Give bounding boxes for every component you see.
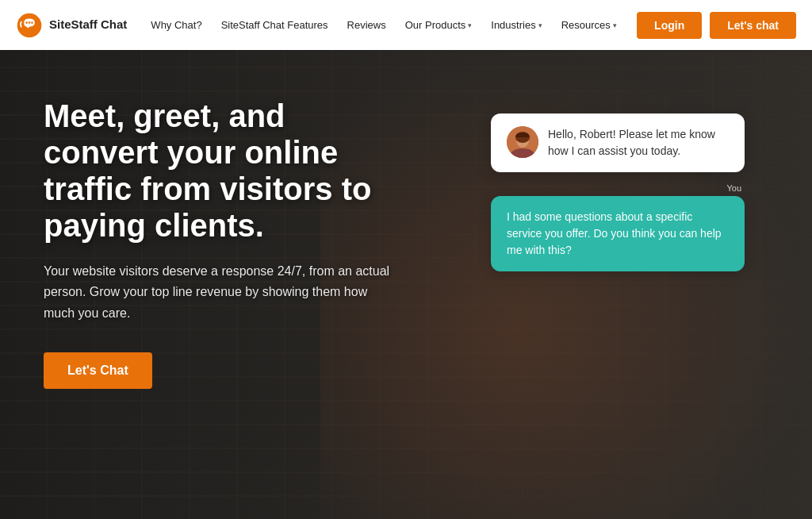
svg-point-2: [29, 21, 31, 24]
chevron-down-icon: ▾: [538, 21, 542, 29]
lets-chat-nav-button[interactable]: Let's chat: [710, 12, 796, 39]
user-message-text: I had some questions about a specific se…: [507, 210, 722, 256]
hero-headline: Meet, greet, and convert your online tra…: [44, 98, 393, 244]
agent-message-text: Hello, Robert! Please let me know how I …: [548, 126, 729, 160]
nav-our-products[interactable]: Our Products ▾: [397, 14, 481, 36]
svg-point-3: [31, 21, 33, 24]
nav-features[interactable]: SiteStaff Chat Features: [213, 14, 336, 36]
hero-right-panel: Hello, Robert! Please let me know how I …: [393, 98, 768, 271]
hero-content: Meet, greet, and convert your online tra…: [0, 50, 812, 519]
hero-section: Meet, greet, and convert your online tra…: [0, 0, 812, 519]
chat-user-bubble-wrap: You I had some questions about a specifi…: [491, 183, 745, 271]
chat-user-bubble: I had some questions about a specific se…: [491, 196, 745, 271]
chat-agent-bubble: Hello, Robert! Please let me know how I …: [491, 113, 745, 172]
avatar-image: [507, 126, 538, 158]
agent-avatar: [507, 126, 538, 158]
logo-icon: [16, 12, 43, 39]
hero-left-panel: Meet, greet, and convert your online tra…: [44, 98, 393, 389]
nav-industries[interactable]: Industries ▾: [483, 14, 550, 36]
nav-reviews[interactable]: Reviews: [339, 14, 394, 36]
nav-resources[interactable]: Resources ▾: [553, 14, 625, 36]
hero-cta-button[interactable]: Let's Chat: [44, 352, 152, 389]
chevron-down-icon: ▾: [613, 21, 617, 29]
brand-name: SiteStaff Chat: [49, 18, 127, 32]
nav-action-buttons: Login Let's chat: [637, 12, 796, 39]
navbar: SiteStaff Chat Why Chat? SiteStaff Chat …: [0, 0, 812, 50]
login-button[interactable]: Login: [637, 12, 702, 39]
chevron-down-icon: ▾: [468, 21, 472, 29]
nav-why-chat[interactable]: Why Chat?: [143, 14, 209, 36]
brand-logo[interactable]: SiteStaff Chat: [16, 12, 127, 39]
hero-subtext: Your website visitors deserve a response…: [44, 261, 393, 324]
svg-point-1: [25, 21, 28, 24]
chat-you-label: You: [726, 183, 745, 193]
nav-links: Why Chat? SiteStaff Chat Features Review…: [143, 14, 637, 36]
